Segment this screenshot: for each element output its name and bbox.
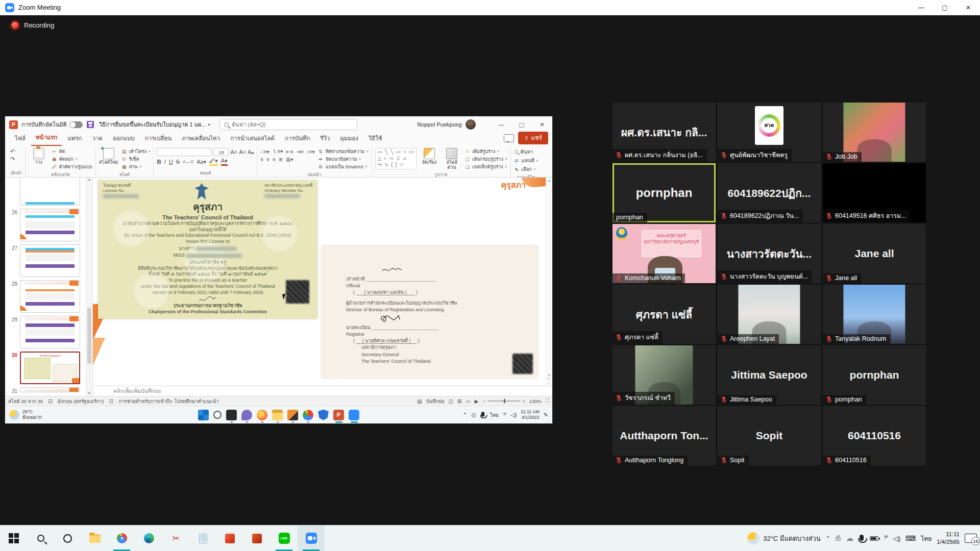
change-case-icon[interactable]: Aa▾ (197, 159, 206, 165)
align-center-icon[interactable]: ≡ (266, 157, 270, 162)
zoom-slider[interactable]: −+ (483, 398, 525, 404)
paste-button[interactable]: วาง (29, 148, 48, 165)
participant-tile[interactable]: Jane all Jane all (823, 224, 926, 283)
save-icon[interactable] (87, 121, 94, 128)
bold-button[interactable]: B (157, 159, 161, 165)
start-button[interactable] (0, 525, 27, 551)
participant-tile[interactable]: ศวค ศูนย์พัฒนาวิชาชีพครู (718, 103, 821, 162)
shared-wifi-icon[interactable]: 𝄢 (503, 412, 506, 418)
slide-scrollbar[interactable]: ▲▼≡⌄ (546, 178, 552, 386)
shrink-font-icon[interactable]: A˅ (239, 149, 246, 155)
minimize-button[interactable]: — (910, 0, 933, 15)
chevron-down-icon[interactable]: ▾ (208, 122, 210, 127)
shared-security-icon[interactable] (318, 410, 329, 420)
shared-pen-icon[interactable]: ✎ (544, 412, 548, 418)
shared-tray-chevron-icon[interactable]: ⌃ (462, 412, 467, 418)
tab-insert[interactable]: แทรก (63, 132, 86, 146)
shared-explorer-icon[interactable] (272, 410, 283, 420)
replace-button[interactable]: ⇄แทนที่ ▾ (514, 157, 538, 164)
columns-icon[interactable]: ▥▾ (286, 157, 293, 162)
ppt-restore-button[interactable]: ▢ (511, 116, 532, 133)
align-right-icon[interactable]: ≡ (273, 157, 276, 162)
clear-format-icon[interactable]: A𝄪 (248, 149, 254, 156)
quick-styles-button[interactable]: สไตล์ด่วน (442, 148, 461, 170)
italic-button[interactable]: I (164, 159, 166, 165)
line-spacing-icon[interactable]: ↕≡▾ (307, 149, 315, 155)
shared-powerpoint-icon[interactable]: P (333, 410, 344, 420)
copy-button[interactable]: ▣คัดลอก ▾ (52, 156, 92, 163)
tab-help[interactable]: วิธีใช้ (364, 132, 387, 146)
comments-icon[interactable] (504, 134, 514, 142)
shared-widgets-icon[interactable] (226, 410, 237, 420)
participant-tile[interactable]: Areephen Layat (718, 285, 821, 344)
ppt-minimize-button[interactable]: — (491, 116, 511, 133)
slide-thumb-27[interactable] (20, 244, 80, 277)
participant-tile[interactable]: Autthaporn Ton... Autthaporn Tonglong (612, 406, 716, 465)
format-painter-button[interactable]: 🖉ตัวคัดวางรูปแบบ (52, 163, 92, 170)
notepad-icon[interactable] (189, 525, 216, 551)
shared-cast-icon[interactable]: ⎙ (471, 412, 476, 418)
notification-center-icon[interactable]: 18 (965, 534, 977, 543)
reading-view-icon[interactable]: ▭ (465, 398, 470, 404)
accessibility-status[interactable]: การช่วยสำหรับการเข้าถึง: โปรดศึกษาคำแนะน… (119, 397, 219, 405)
slide-thumb-30-selected[interactable]: ส่วนท้ายใบอนุญาต (20, 352, 80, 384)
shape-outline-button[interactable]: ▢เส้นกรอบรูปร่าง ▾ (464, 156, 507, 163)
taskbar-search-icon[interactable] (27, 525, 54, 551)
highlight-color-icon[interactable]: 🖉▾ (209, 158, 218, 166)
tab-view[interactable]: มุมมอง (336, 132, 363, 146)
language-switch[interactable]: ไทย (921, 534, 932, 543)
shared-zoom-icon[interactable] (349, 410, 359, 420)
ppt-close-button[interactable]: ✕ (532, 116, 552, 133)
share-button[interactable]: ⇧ แชร์ (518, 132, 548, 144)
slide-thumb-29[interactable] (20, 316, 80, 348)
office-app-icon[interactable] (243, 525, 271, 551)
shape-fill-button[interactable]: ◊เติมสีรูปร่าง ▾ (464, 148, 507, 155)
cut-button[interactable]: ✂ตัด (52, 148, 92, 155)
cortana-icon[interactable] (54, 525, 81, 551)
clock[interactable]: 11:11 1/4/2565 (937, 531, 960, 546)
shared-chat-icon[interactable] (241, 410, 252, 420)
participant-tile[interactable]: นางสาวรัตตะวัน... นางสาวรัตตะวัน บุญพยนต… (718, 224, 821, 283)
tray-chevron-icon[interactable]: ⌃ (826, 535, 830, 542)
slide-thumb-28[interactable] (20, 280, 80, 313)
section-button[interactable]: ▦ส่วน ▾ (121, 163, 151, 170)
shared-volume-icon[interactable]: ◁) (510, 412, 517, 418)
shared-mic-icon[interactable] (480, 411, 486, 418)
shared-app-icon[interactable] (287, 410, 298, 420)
accessibility-icon[interactable]: ⊡ (48, 398, 52, 404)
justify-icon[interactable]: ≣ (279, 157, 283, 162)
text-direction-button[interactable]: ⇅ทิศทางของข้อความ ▾ (318, 148, 369, 155)
strikethrough-button[interactable]: S (176, 159, 180, 165)
indent-more-icon[interactable]: ⇥≡ (297, 149, 304, 155)
language-status[interactable]: อังกฤษ (สหรัฐอเมริกา) (58, 397, 104, 405)
tab-record[interactable]: การบันทึก (280, 132, 314, 146)
tab-home[interactable]: หน้าแรก (31, 131, 62, 146)
align-left-icon[interactable]: ≡ (260, 157, 263, 162)
font-name-select[interactable] (157, 148, 212, 156)
notes-area[interactable]: คลิกเพื่อเพิ่มบันทึกย่อ (93, 386, 552, 396)
tab-draw[interactable]: วาด (88, 132, 107, 146)
participant-tile[interactable]: Job Job (823, 103, 926, 162)
participant-tile[interactable]: วัชราภรณ์ ชำทวี (612, 345, 716, 405)
participant-tile[interactable]: Sopit Sopit (718, 406, 821, 465)
slide-thumb-25-partial[interactable] (20, 178, 80, 206)
wifi-icon[interactable]: 𝄢 (884, 534, 888, 542)
fit-to-window-icon[interactable]: ⛶ (546, 398, 549, 404)
recording-indicator[interactable]: Recording (11, 21, 54, 29)
tab-review[interactable]: รีวิว (315, 132, 334, 146)
char-spacing-icon[interactable]: A↔V (183, 159, 193, 164)
participant-tile-active-speaker[interactable]: pornphan pornphan (612, 163, 716, 222)
participant-tile[interactable]: ศุภรดา แซ่ลี้ ศุภรดา แซ่ลี้ (612, 285, 716, 344)
battery-icon[interactable] (870, 534, 878, 543)
volume-icon[interactable]: ◁) (893, 535, 900, 542)
select-button[interactable]: ⬉เลือก ▾ (514, 165, 538, 173)
mic-tray-icon[interactable] (859, 534, 865, 543)
find-button[interactable]: ค้นหา (514, 148, 538, 156)
line-app-icon[interactable]: LINE (271, 525, 298, 551)
slide-canvas[interactable]: คุรุสภา ใบอนุญา (93, 178, 552, 386)
slide-thumb-31-partial[interactable] (20, 387, 80, 392)
shared-chrome-icon[interactable] (303, 410, 313, 420)
snipping-tool-icon[interactable]: ✂ (162, 525, 189, 551)
account-area[interactable]: Noppol Puekpong (418, 116, 476, 133)
thumbnail-scrollbar[interactable]: ▲▼ (86, 178, 92, 396)
